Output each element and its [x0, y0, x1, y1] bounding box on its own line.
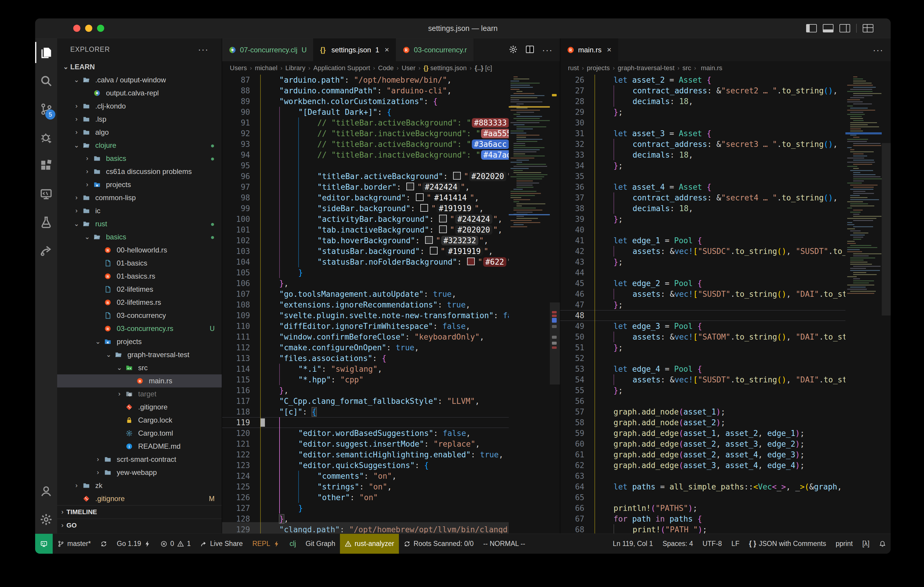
section-timeline[interactable]: ›TIMELINE	[57, 505, 222, 519]
tree-item-basics[interactable]: ›basics●	[57, 152, 222, 165]
tree-item-01-basics[interactable]: 01-basics	[57, 257, 222, 270]
minimap[interactable]	[509, 75, 550, 533]
tree-item-basics[interactable]: ⌄basics●	[57, 230, 222, 243]
breadcrumb-item[interactable]: graph-traversal-test	[618, 64, 675, 72]
tree-item-ic[interactable]: ›ic	[57, 204, 222, 217]
breadcrumb-item[interactable]: Application Support	[314, 64, 370, 72]
settings-gear-icon[interactable]	[509, 45, 518, 55]
tree-item--gitignore[interactable]: .gitignoreM	[57, 492, 222, 505]
status-git-branch[interactable]: master*	[53, 534, 96, 554]
tree-item-clojure[interactable]: ⌄clojure●	[57, 139, 222, 152]
tree-item-cargo-lock[interactable]: Cargo.lock	[57, 414, 222, 427]
status-eol[interactable]: LF	[727, 534, 744, 554]
status-roots-scanned[interactable]: Roots Scanned: 0/0	[399, 534, 478, 554]
activitybar-live-share[interactable]	[35, 236, 57, 264]
status-remote-indicator[interactable]	[35, 534, 53, 554]
explorer-more-actions-icon[interactable]: ···	[198, 38, 209, 60]
tree-item-cargo-toml[interactable]: Cargo.toml	[57, 427, 222, 440]
more-icon[interactable]: ···	[542, 45, 553, 55]
status-go-version[interactable]: Go 1.19	[112, 534, 156, 554]
status-language-mode[interactable]: { }JSON with Comments	[744, 534, 831, 554]
breadcrumb-item[interactable]: {..}[c]	[475, 64, 492, 72]
tree-item-common-lisp[interactable]: ›common-lisp	[57, 191, 222, 204]
activitybar-test-beaker[interactable]	[35, 208, 57, 236]
status-indentation[interactable]: Spaces: 4	[658, 534, 698, 554]
tree-item-03-concurrency-rs[interactable]: R03-concurrency.rsU	[57, 322, 222, 335]
breadcrumb-item[interactable]: projects	[587, 64, 610, 72]
tree-root-learn[interactable]: ⌄LEARN	[57, 60, 222, 74]
tab-main-rs[interactable]: Rmain.rs×	[560, 38, 618, 61]
activitybar-search[interactable]	[35, 67, 57, 95]
tree-item--gitignore[interactable]: .gitignore	[57, 401, 222, 414]
overview-ruler[interactable]	[882, 75, 891, 533]
tree-item-02-lifetimes[interactable]: 02-lifetimes	[57, 283, 222, 296]
tree-item-03-concurrency[interactable]: 03-concurrency	[57, 309, 222, 322]
tree-item-graph-traversal-test[interactable]: ⌄graph-traversal-test	[57, 348, 222, 361]
activitybar-source-control[interactable]: 5	[35, 95, 57, 123]
close-icon[interactable]: ×	[384, 45, 389, 54]
activitybar-debug[interactable]	[35, 123, 57, 151]
tree-item-algo[interactable]: ›algo	[57, 126, 222, 139]
section-go[interactable]: ›GO	[57, 519, 222, 532]
activitybar-extensions[interactable]	[35, 151, 57, 179]
status-repl[interactable]: REPL	[248, 534, 285, 554]
status-problems[interactable]: 01	[156, 534, 196, 554]
tree-item-main-rs[interactable]: Rmain.rs	[57, 374, 222, 388]
status-rust-analyzer[interactable]: rust-analyzer	[340, 534, 399, 554]
breadcrumb-item[interactable]: rust	[568, 64, 579, 72]
toggle-sidebar-icon[interactable]	[806, 24, 817, 33]
toggle-panel-icon[interactable]	[823, 24, 833, 33]
overview-ruler[interactable]	[550, 75, 560, 533]
status-sync[interactable]	[96, 534, 112, 554]
activitybar-account[interactable]	[35, 477, 57, 505]
tree-item--lsp[interactable]: ›.lsp	[57, 113, 222, 126]
tree-item-00-helloworld-rs[interactable]: R00-helloworld.rs	[57, 243, 222, 257]
breadcrumb-item[interactable]: {}settings.json	[423, 64, 467, 72]
toggle-secondary-sidebar-icon[interactable]	[840, 24, 850, 33]
code-editor[interactable]: 26let asset_2 = Asset {27contract_addres…	[560, 75, 845, 533]
tree-item-target[interactable]: ›target	[57, 388, 222, 401]
status-lambda[interactable]: [λ]	[858, 534, 874, 554]
breadcrumb-item[interactable]: User	[402, 64, 415, 72]
status-live-share[interactable]: Live Share	[196, 534, 248, 554]
status-git-graph[interactable]: Git Graph	[301, 534, 340, 554]
tree-item-cs61a-discussion-problems[interactable]: ›cs61a discussion problems	[57, 165, 222, 178]
activitybar-settings-gear[interactable]	[35, 505, 57, 533]
tree-item-src[interactable]: ⌄src	[57, 361, 222, 374]
breadcrumb-item[interactable]: Code	[378, 64, 394, 72]
tab-07-concurrency-clj[interactable]: 07-concurrency.cljU	[222, 38, 314, 61]
tab-03-concurrency-r[interactable]: R03-concurrency.r	[396, 38, 474, 61]
tree-item-scrt-smart-contract[interactable]: ›scrt-smart-contract	[57, 453, 222, 466]
breadcrumb-item[interactable]: michael	[255, 64, 277, 72]
tree-item--calva-output-window[interactable]: ⌄.calva / output-window	[57, 74, 222, 87]
status-encoding[interactable]: UTF-8	[698, 534, 727, 554]
split-editor-icon[interactable]	[525, 45, 535, 55]
breadcrumb-item[interactable]: src	[683, 64, 691, 72]
status-pprint[interactable]: pprint	[831, 534, 858, 554]
tree-item--clj-kondo[interactable]: ›.clj-kondo	[57, 100, 222, 113]
breadcrumb-item[interactable]: Library	[285, 64, 305, 72]
code-editor[interactable]: 87"arduino.path": "/opt/homebrew/bin/",8…	[222, 75, 509, 533]
tree-item-projects[interactable]: ⌄projects	[57, 335, 222, 348]
activitybar-remote-explorer[interactable]	[35, 179, 57, 208]
minimap[interactable]	[845, 75, 882, 533]
activitybar-files[interactable]	[35, 38, 57, 67]
breadcrumb-item[interactable]: Rmain.rs	[699, 64, 723, 72]
tree-item-output-calva-repl[interactable]: output.calva-repl	[57, 87, 222, 100]
tree-item-readme-md[interactable]: iREADME.md	[57, 440, 222, 453]
close-icon[interactable]: ×	[607, 45, 611, 54]
tree-item-rust[interactable]: ⌄rust●	[57, 217, 222, 230]
tree-item-yew-webapp[interactable]: ›yew-webapp	[57, 466, 222, 479]
tree-item-02-lifetimes-rs[interactable]: R02-lifetimes.rs	[57, 296, 222, 309]
status-vim-mode[interactable]: -- NORMAL --	[478, 534, 530, 554]
tab-settings-json[interactable]: {}settings.json1×	[314, 38, 396, 61]
tree-item-01-basics-rs[interactable]: R01-basics.rs	[57, 270, 222, 283]
tree-item-zk[interactable]: ›zk	[57, 479, 222, 492]
status-cursor-position[interactable]: Ln 119, Col 1	[608, 534, 658, 554]
breadcrumb-item[interactable]: Users	[230, 64, 247, 72]
tree-item-projects[interactable]: ›projects	[57, 178, 222, 191]
status-clj[interactable]: clj	[285, 534, 301, 554]
more-icon[interactable]: ···	[873, 45, 883, 55]
customize-layout-icon[interactable]	[863, 24, 873, 33]
status-notifications[interactable]	[874, 534, 891, 554]
